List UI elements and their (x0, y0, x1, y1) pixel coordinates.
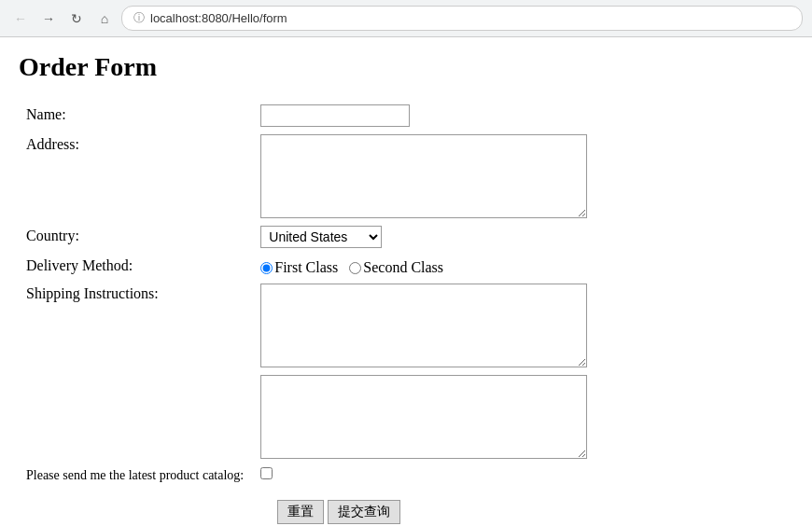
shipping-label: Shipping Instructions: (19, 280, 251, 371)
catalog-row: Please send me the latest product catalo… (19, 463, 595, 487)
address-row: Address: (19, 131, 595, 222)
country-row: Country: United States Canada United Kin… (19, 222, 595, 252)
shipping-field-cell (251, 280, 595, 371)
buttons-cell: 重置 提交查询 (251, 487, 595, 526)
catalog-label: Please send me the latest product catalo… (19, 463, 251, 487)
button-row: 重置 提交查询 (260, 500, 587, 524)
reload-button[interactable]: ↻ (65, 7, 88, 30)
extra-field-cell (251, 371, 595, 463)
delivery-field-cell: First Class Second Class (251, 252, 595, 280)
delivery-row: Delivery Method: First Class Second Clas… (19, 252, 595, 280)
address-label: Address: (19, 131, 251, 222)
buttons-row: 重置 提交查询 (19, 487, 595, 526)
browser-chrome: ← → ↻ ⌂ ⓘ localhost:8080/Hello/form (0, 0, 812, 37)
first-class-radio[interactable] (260, 262, 273, 274)
page-title: Order Form (19, 52, 793, 82)
country-select[interactable]: United States Canada United Kingdom Aust… (260, 226, 382, 248)
reset-button[interactable]: 重置 (277, 500, 324, 524)
home-button[interactable]: ⌂ (93, 7, 116, 30)
forward-button[interactable]: → (37, 7, 60, 30)
first-class-text: First Class (274, 259, 338, 276)
shipping-textarea[interactable] (260, 284, 587, 367)
url-text: localhost:8080/Hello/form (150, 11, 287, 25)
second-class-radio[interactable] (349, 262, 361, 274)
second-class-text: Second Class (363, 259, 443, 276)
address-field-cell (251, 131, 595, 222)
address-bar[interactable]: ⓘ localhost:8080/Hello/form (121, 6, 803, 31)
country-field-cell: United States Canada United Kingdom Aust… (251, 222, 595, 252)
order-form: Name: Address: Country: United States Ca… (19, 101, 595, 526)
country-label: Country: (19, 222, 251, 252)
extra-textarea[interactable] (260, 375, 587, 459)
first-class-label[interactable]: First Class (260, 259, 338, 276)
delivery-label: Delivery Method: (19, 252, 251, 280)
second-class-label[interactable]: Second Class (349, 259, 443, 276)
extra-label (19, 371, 251, 463)
name-label: Name: (19, 101, 251, 131)
submit-button[interactable]: 提交查询 (328, 500, 400, 524)
extra-textarea-row (19, 371, 595, 463)
name-input[interactable] (260, 104, 410, 127)
info-icon: ⓘ (133, 10, 145, 26)
page-content: Order Form Name: Address: Country: Unite… (0, 37, 812, 526)
catalog-field-cell (251, 463, 595, 487)
name-row: Name: (19, 101, 595, 131)
catalog-checkbox[interactable] (260, 467, 273, 479)
name-field-cell (251, 101, 595, 131)
address-textarea[interactable] (260, 134, 587, 218)
buttons-spacer (19, 487, 251, 526)
shipping-row: Shipping Instructions: (19, 280, 595, 371)
back-button[interactable]: ← (9, 7, 32, 30)
delivery-radio-group: First Class Second Class (260, 256, 587, 276)
